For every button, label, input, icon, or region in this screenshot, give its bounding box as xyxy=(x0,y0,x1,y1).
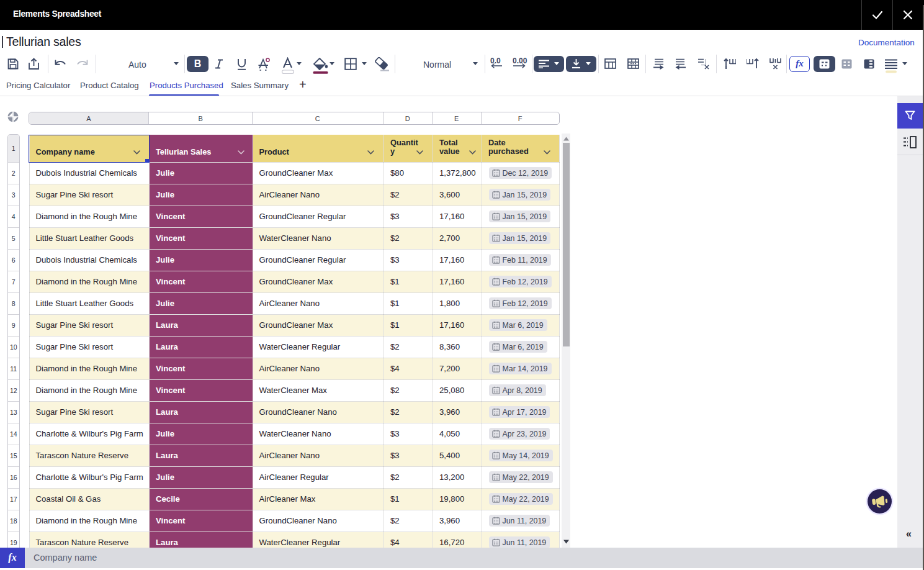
svg-text:0.00: 0.00 xyxy=(513,57,527,65)
svg-text:0.0: 0.0 xyxy=(490,57,501,65)
